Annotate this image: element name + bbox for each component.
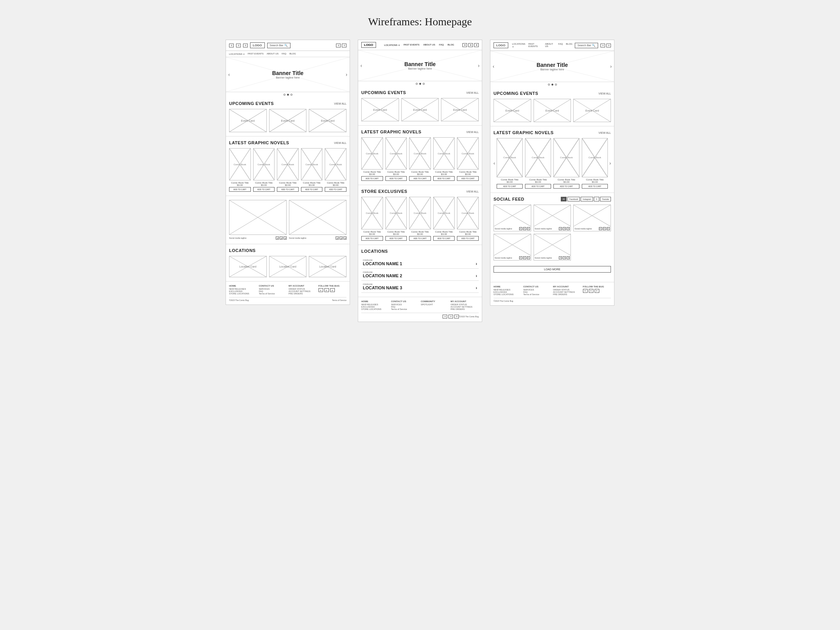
wf1-footer-link-sl[interactable]: STORE LOCATIONS (229, 292, 257, 295)
wf2-excl-btn-4[interactable]: ADD TO CART (433, 236, 455, 241)
wf3-logo[interactable]: LOGO (494, 42, 508, 48)
wf3-event-card-2[interactable]: Event Card (534, 99, 571, 122)
wf3-social-card-3[interactable]: Social media tagline (573, 205, 611, 231)
wf1-comic-2[interactable]: Comic Book Comic Book Title $3.00 ADD TO… (253, 148, 275, 192)
wf3-soc-icon-1a[interactable] (519, 227, 522, 230)
wf2-excl-5[interactable]: Comic Book Comic Book Title $3.00 ADD TO… (457, 197, 479, 240)
wf2-cart-btn-1[interactable]: ADD TO CART (361, 176, 383, 181)
wf1-footer-social-2[interactable] (324, 288, 329, 292)
wf3-cart-btn-2[interactable]: ADD TO CART (525, 184, 551, 189)
wf1-social-icon-e[interactable] (340, 236, 343, 240)
wf2-excl-1[interactable]: Comic Book Comic Book Title $3.00 ADD TO… (361, 197, 383, 240)
wf2-comic-1[interactable]: Comic Book Comic Book Title $3.00 ADD TO… (361, 137, 383, 181)
wf3-tab-all[interactable]: All (561, 197, 567, 201)
wf2-excl-3[interactable]: Comic Book Comic Book Title $3.00 ADD TO… (409, 197, 431, 240)
wf3-soc-icon-5c[interactable] (567, 256, 570, 259)
wf1-cart-btn-5[interactable]: ADD TO CART (325, 187, 346, 192)
wf1-tos-link[interactable]: Terms of Service (332, 299, 346, 301)
wf3-footer-social-1[interactable] (583, 289, 588, 293)
wf2-excl-btn-5[interactable]: ADD TO CART (457, 236, 479, 241)
wf1-cart-btn-4[interactable]: ADD TO CART (301, 187, 323, 192)
wf3-events-viewall[interactable]: VIEW ALL (598, 92, 611, 95)
wf1-nav-link-2[interactable]: PAST EVENTS (248, 52, 264, 55)
wf2-event-card-3[interactable]: Event Card (441, 98, 479, 121)
wf3-soc-icon-5a[interactable] (559, 256, 562, 259)
wf1-events-viewall[interactable]: VIEW ALL (334, 102, 346, 105)
wf2-banner-next[interactable]: › (478, 63, 480, 68)
wf3-cart-btn-4[interactable]: ADD TO CART (582, 184, 608, 189)
wf3-dot-1[interactable] (548, 84, 550, 86)
wf1-comic-5[interactable]: Comic Book Comic Book Title $3.00 ADD TO… (325, 148, 346, 192)
wf2-event-card-2[interactable]: Event Card (401, 98, 439, 121)
wf2-footer-link-sl[interactable]: STORE LOCATIONS (361, 308, 390, 310)
wf2-banner-prev[interactable]: ‹ (360, 63, 362, 68)
wf3-load-more-btn[interactable]: LOAD MORE (494, 266, 611, 273)
wf1-search[interactable]: Search Bar 🔍 (267, 43, 290, 48)
wf2-comic-5[interactable]: Comic Book Comic Book Title $3.00 ADD TO… (457, 137, 479, 181)
wf2-location-arrow-3[interactable]: › (476, 285, 477, 290)
wf1-nav-link-3[interactable]: ABOUT US (267, 52, 279, 55)
wf2-location-item-2[interactable]: OVERLINE LOCATION NAME 2 › (361, 269, 479, 281)
wf1-banner-next[interactable]: › (346, 72, 347, 77)
wf3-footer-social-2[interactable] (589, 289, 593, 293)
wf2-nav-link-3[interactable]: ABOUT US (424, 44, 436, 46)
wf1-comic-3[interactable]: Comic Book Comic Book Title $3.00 ADD TO… (277, 148, 299, 192)
wf1-logo[interactable]: LOGO (250, 42, 265, 48)
wf2-location-arrow-1[interactable]: › (476, 261, 477, 266)
wf3-nav-link-4[interactable]: FAQ (558, 43, 563, 48)
wf3-event-card-3[interactable]: Event Card (573, 99, 611, 122)
wf2-location-item-3[interactable]: OVERLINE LOCATION NAME 3 › (361, 281, 479, 293)
wf1-nav-link-1[interactable]: LOCATIONS ∨ (229, 52, 245, 55)
wf1-nav-link-5[interactable]: BLOG (289, 52, 296, 55)
wf1-footer-link-po[interactable]: PRE ORDERS (289, 292, 317, 295)
wf2-cart-btn-2[interactable]: ADD TO CART (385, 176, 407, 181)
wf3-comic-3[interactable]: Comic Book Comic Book Title $3.00 ADD TO… (553, 138, 579, 189)
wf1-dot-2[interactable] (287, 94, 289, 96)
wf1-footer-social-3[interactable] (330, 288, 335, 292)
wf2-comic-2[interactable]: Comic Book Comic Book Title $3.00 ADD TO… (385, 137, 407, 181)
wf3-soc-icon-2a[interactable] (559, 227, 562, 230)
wf2-location-arrow-2[interactable]: › (476, 273, 477, 278)
wf3-icon-1[interactable] (600, 44, 605, 47)
wf3-social-card-4[interactable]: Social media tagline (494, 234, 531, 261)
wf3-nav-link-2[interactable]: PAST EVENTS (528, 43, 542, 48)
wf2-footer-link-po[interactable]: PRE ORDERS (451, 308, 479, 310)
wf2-logo[interactable]: LOGO (361, 42, 376, 48)
wf3-novels-prev[interactable]: ‹ (494, 161, 495, 166)
wf2-cart-btn-5[interactable]: ADD TO CART (457, 176, 479, 181)
wf3-footer-link-tos[interactable]: Terms of Service (523, 293, 552, 296)
wf2-dot-3[interactable] (423, 83, 425, 85)
wf3-nav-link-1[interactable]: LOCATIONS ∨ (512, 43, 525, 48)
wf3-soc-icon-4c[interactable] (527, 256, 530, 259)
wf3-soc-icon-3c[interactable] (607, 227, 610, 230)
wf2-footer-social-1[interactable] (443, 315, 447, 318)
wf2-icon-1[interactable] (462, 43, 467, 47)
wf3-dot-2[interactable] (551, 84, 553, 86)
wf3-soc-icon-5b[interactable] (563, 256, 566, 259)
wf1-comic-1[interactable]: Comic Book Comic Book Title $3.00 ADD TO… (229, 148, 251, 192)
wf3-soc-icon-3b[interactable] (603, 227, 606, 230)
wf2-excl-btn-1[interactable]: ADD TO CART (361, 236, 383, 241)
wf2-excl-2[interactable]: Comic Book Comic Book Title $3.00 ADD TO… (385, 197, 407, 240)
wf3-novels-viewall[interactable]: VIEW ALL (598, 131, 611, 134)
wf1-cart-btn-1[interactable]: ADD TO CART (229, 187, 251, 192)
wf1-event-card-2[interactable]: Event Card (269, 109, 307, 132)
wf3-social-card-1[interactable]: Social media tagline (494, 205, 531, 231)
wf3-soc-icon-3a[interactable] (599, 227, 602, 230)
wf1-dot-1[interactable] (284, 94, 285, 96)
wf2-cart-btn-4[interactable]: ADD TO CART (433, 176, 455, 181)
wf3-soc-icon-2b[interactable] (563, 227, 566, 230)
wf3-social-card-5[interactable]: Social media tagline (534, 234, 571, 261)
wf1-comic-4[interactable]: Comic Book Comic Book Title $3.00 ADD TO… (301, 148, 323, 192)
wf3-soc-icon-1b[interactable] (523, 227, 526, 230)
wf3-soc-icon-4b[interactable] (523, 256, 526, 259)
wf3-comic-4[interactable]: Comic Book Comic Book Title $3.00 ADD TO… (582, 138, 608, 189)
wf3-soc-icon-1c[interactable] (527, 227, 530, 230)
wf2-event-card-1[interactable]: Event Card (361, 98, 399, 121)
wf3-cart-btn-3[interactable]: ADD TO CART (553, 184, 579, 189)
wf1-user-icon[interactable] (342, 44, 346, 47)
wf1-banner-prev[interactable]: ‹ (228, 72, 230, 77)
wf2-location-item-1[interactable]: OVERLINE LOCATION NAME 1 › (361, 257, 479, 269)
wf1-location-3[interactable]: Location Card (309, 256, 346, 277)
wf1-dot-3[interactable] (290, 94, 292, 96)
